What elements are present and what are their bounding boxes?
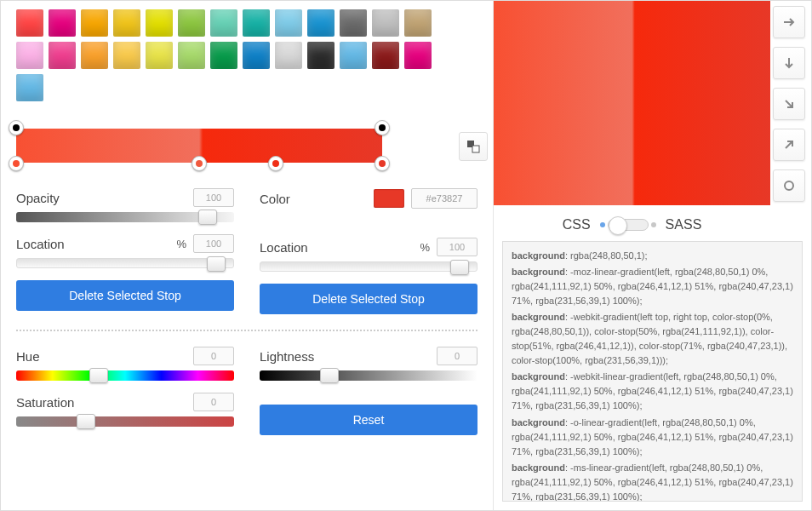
- preset-swatch[interactable]: [146, 9, 173, 37]
- preset-swatch[interactable]: [210, 42, 237, 69]
- delete-stop-right-button[interactable]: Delete Selected Stop: [260, 284, 477, 314]
- direction-diagonal-up-button[interactable]: [773, 129, 805, 161]
- saturation-slider[interactable]: [16, 416, 234, 427]
- preset-swatch[interactable]: [307, 42, 335, 69]
- preset-swatch[interactable]: [340, 42, 367, 69]
- preset-swatch[interactable]: [113, 9, 140, 37]
- gradient-bar[interactable]: [16, 129, 382, 163]
- preset-swatch[interactable]: [243, 9, 270, 37]
- preset-swatch[interactable]: [404, 9, 432, 37]
- hue-control: Hue 0: [16, 347, 234, 381]
- preset-swatch[interactable]: [275, 42, 302, 69]
- preset-swatch[interactable]: [210, 9, 237, 37]
- preset-swatch[interactable]: [81, 42, 108, 69]
- hue-slider[interactable]: [16, 370, 234, 381]
- location-left-slider[interactable]: [16, 258, 234, 268]
- preset-swatch[interactable]: [243, 42, 270, 69]
- tab-css[interactable]: CSS: [563, 217, 591, 233]
- gradient-preview: [494, 1, 770, 205]
- preset-swatch[interactable]: [404, 42, 432, 69]
- preset-swatch[interactable]: [113, 42, 140, 69]
- preset-swatch[interactable]: [81, 9, 108, 37]
- preset-swatch[interactable]: [16, 74, 43, 101]
- lightness-value[interactable]: 0: [437, 347, 477, 365]
- css-output-line: background: rgba(248,80,50,1);: [512, 249, 793, 263]
- preset-swatch[interactable]: [146, 42, 173, 69]
- color-control: Color #e73827: [260, 188, 477, 209]
- saturation-value[interactable]: 0: [193, 393, 234, 411]
- css-output-line: background: -moz-linear-gradient(left, r…: [512, 265, 793, 308]
- location-left-value[interactable]: 100: [193, 234, 234, 253]
- location-left-control: Location % 100: [16, 234, 234, 268]
- saturation-control: Saturation 0: [16, 393, 234, 427]
- gradient-stop-handle[interactable]: [375, 156, 390, 171]
- location-right-control: Location % 100: [260, 238, 477, 272]
- saturation-label: Saturation: [16, 395, 186, 410]
- tab-sass[interactable]: SASS: [666, 217, 702, 233]
- opacity-label: Opacity: [16, 191, 186, 205]
- location-left-unit: %: [176, 238, 186, 250]
- direction-right-button[interactable]: [773, 6, 805, 38]
- location-right-value[interactable]: 100: [437, 238, 477, 256]
- preset-swatch[interactable]: [16, 9, 43, 37]
- svg-rect-1: [472, 146, 479, 152]
- css-output-line: background: -webkit-gradient(left top, r…: [512, 310, 793, 368]
- css-output[interactable]: background: rgba(248,80,50,1);background…: [502, 241, 803, 502]
- css-output-line: background: -o-linear-gradient(left, rgb…: [512, 416, 793, 459]
- gradient-stop-handle[interactable]: [9, 156, 24, 171]
- preset-swatch[interactable]: [178, 9, 205, 37]
- gradient-stop-handle[interactable]: [375, 120, 390, 135]
- lightness-slider[interactable]: [260, 370, 477, 381]
- orientation-button[interactable]: [459, 132, 488, 161]
- opacity-slider[interactable]: [16, 212, 234, 222]
- css-output-line: background: -ms-linear-gradient(left, rg…: [512, 461, 793, 502]
- gradient-stop-handle[interactable]: [268, 156, 283, 171]
- preset-swatch[interactable]: [340, 9, 367, 37]
- css-sass-toggle[interactable]: [608, 219, 649, 231]
- gradient-stop-handle[interactable]: [192, 156, 207, 171]
- preset-swatch[interactable]: [49, 9, 76, 37]
- preset-swatch[interactable]: [16, 42, 43, 69]
- gradient-stop-handle[interactable]: [9, 120, 24, 135]
- reset-button[interactable]: Reset: [260, 405, 477, 435]
- css-output-line: background: -webkit-linear-gradient(left…: [512, 370, 793, 413]
- direction-radial-button[interactable]: [773, 169, 805, 202]
- gradient-editor: [16, 129, 442, 163]
- preset-swatches: [16, 9, 450, 101]
- delete-stop-left-button[interactable]: Delete Selected Stop: [16, 280, 234, 311]
- color-label: Color: [260, 192, 367, 206]
- hue-label: Hue: [16, 349, 186, 364]
- preset-swatch[interactable]: [178, 42, 205, 69]
- location-left-label: Location: [16, 237, 169, 251]
- direction-down-button[interactable]: [773, 47, 805, 79]
- location-right-label: Location: [260, 240, 413, 255]
- svg-point-2: [785, 181, 793, 190]
- direction-diagonal-down-button[interactable]: [773, 88, 805, 120]
- preset-swatch[interactable]: [275, 9, 302, 37]
- hue-value[interactable]: 0: [193, 347, 234, 365]
- preset-swatch[interactable]: [307, 9, 335, 37]
- preset-swatch[interactable]: [372, 42, 399, 69]
- opacity-value[interactable]: 100: [193, 188, 234, 207]
- output-tabs: CSS SASS: [494, 205, 770, 241]
- lightness-label: Lightness: [260, 349, 430, 364]
- color-chip[interactable]: [374, 189, 404, 208]
- location-right-slider[interactable]: [260, 261, 477, 272]
- preset-swatch[interactable]: [49, 42, 76, 69]
- lightness-control: Lightness 0: [260, 347, 477, 381]
- color-hex-input[interactable]: #e73827: [411, 188, 477, 209]
- location-right-unit: %: [420, 241, 430, 254]
- preset-swatch[interactable]: [372, 9, 399, 37]
- opacity-control: Opacity 100: [16, 188, 234, 222]
